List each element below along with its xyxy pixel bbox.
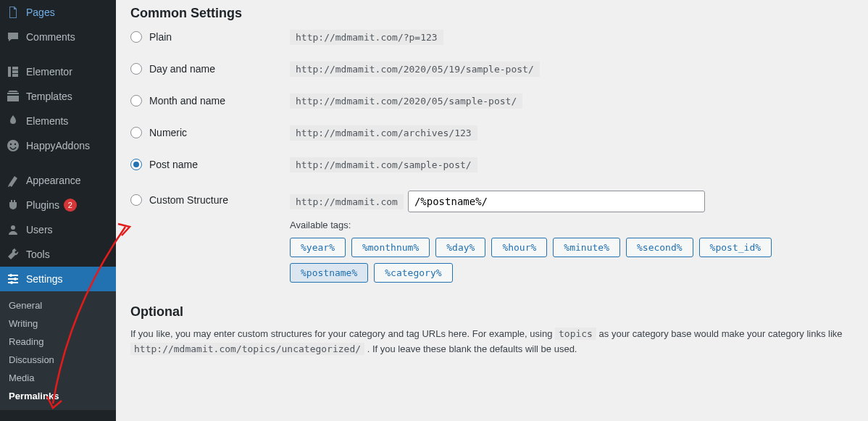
sidebar-item-label: Plugins [26,199,59,211]
svg-rect-3 [12,74,18,77]
svg-point-6 [14,143,16,145]
sidebar-item-label: Users [26,224,53,235]
option-plain-row: Plain http://mdmamit.com/?p=123 [130,31,854,43]
radio-plain[interactable] [130,31,142,43]
pages-icon [6,5,20,20]
sidebar-item-comments[interactable]: Comments [0,25,116,49]
option-label: Post name [149,159,198,170]
option-postname-row: Post name http://mdmamit.com/sample-post… [130,159,854,170]
example-plain: http://mdmamit.com/?p=123 [290,30,443,45]
sidebar-item-settings[interactable]: Settings [0,267,116,291]
optional-heading: Optional [130,304,854,320]
radio-custom[interactable] [130,194,142,206]
svg-point-13 [10,281,13,284]
option-label: Numeric [149,127,187,138]
option-label: Day and name [149,63,215,75]
sidebar-item-label: Appearance [26,175,81,186]
sidebar-item-label: HappyAddons [26,140,90,151]
sidebar-item-templates[interactable]: Templates [0,84,116,109]
option-day-row: Day and name http://mdmamit.com/2020/05/… [130,63,854,75]
available-tags-label: Available tags: [290,220,854,230]
sidebar-item-happyaddons[interactable]: HappyAddons [0,133,116,158]
tag-year[interactable]: %year% [290,238,346,257]
option-custom-row: Custom Structure http://mdmamit.com Avai… [130,191,854,283]
templates-icon [6,89,20,104]
submenu-discussion[interactable]: Discussion [0,351,116,369]
submenu-writing[interactable]: Writing [0,314,116,333]
custom-structure-input[interactable] [408,191,705,212]
elements-icon [6,114,20,128]
example-day: http://mdmamit.com/2020/05/19/sample-pos… [290,62,540,77]
sidebar-item-label: Settings [26,273,63,285]
svg-rect-0 [8,67,11,77]
sidebar-item-appearance[interactable]: Appearance [0,168,116,193]
svg-point-11 [9,274,12,277]
custom-url-prefix: http://mdmamit.com [290,194,404,209]
tag-minute[interactable]: %minute% [553,238,620,257]
tag-post-id[interactable]: %post_id% [699,238,772,257]
sidebar-item-tools[interactable]: Tools [0,242,116,267]
tag-monthnum[interactable]: %monthnum% [351,238,430,257]
radio-day[interactable] [130,63,142,75]
tag-postname[interactable]: %postname% [290,263,368,283]
sidebar-item-label: Templates [26,91,72,102]
submenu-reading[interactable]: Reading [0,333,116,351]
admin-sidebar: Pages Comments Elementor Templates Eleme… [0,0,116,421]
sidebar-item-label: Tools [26,249,50,260]
example-numeric: http://mdmamit.com/archives/123 [290,125,477,141]
option-label: Plain [149,31,172,43]
code-topics-url: http://mdmamit.com/topics/uncategorized/ [130,343,364,355]
example-postname: http://mdmamit.com/sample-post/ [290,157,477,172]
svg-point-12 [14,278,17,280]
sidebar-item-pages[interactable]: Pages [0,0,116,25]
settings-submenu: General Writing Reading Discussion Media… [0,291,116,410]
svg-rect-1 [12,67,18,70]
option-month-row: Month and name http://mdmamit.com/2020/0… [130,95,854,107]
happy-icon [6,138,20,153]
tools-icon [6,247,20,262]
sidebar-item-label: Elements [26,115,68,127]
option-label: Month and name [149,95,225,107]
sidebar-item-label: Elementor [26,66,72,78]
elementor-icon [6,64,20,79]
option-numeric-row: Numeric http://mdmamit.com/archives/123 [130,127,854,138]
main-content: Common Settings Plain http://mdmamit.com… [116,0,868,421]
svg-point-5 [10,143,12,145]
plugins-icon [6,198,20,212]
tag-second[interactable]: %second% [626,238,693,257]
sidebar-item-label: Pages [26,7,55,18]
optional-description: If you like, you may enter custom struct… [130,327,854,357]
comments-icon [6,30,20,44]
sidebar-item-plugins[interactable]: Plugins 2 [0,193,116,217]
sidebar-item-users[interactable]: Users [0,217,116,242]
sidebar-item-elements[interactable]: Elements [0,109,116,133]
settings-icon [6,272,20,286]
sidebar-item-label: Comments [26,31,75,43]
radio-month[interactable] [130,95,142,107]
option-label: Custom Structure [149,194,228,206]
tag-hour[interactable]: %hour% [491,238,547,257]
tags-row: %year% %monthnum% %day% %hour% %minute% … [290,238,854,283]
submenu-permalinks[interactable]: Permalinks [0,387,116,405]
common-settings-heading: Common Settings [130,6,854,21]
submenu-general[interactable]: General [0,296,116,314]
submenu-media[interactable]: Media [0,369,116,387]
svg-rect-2 [12,70,18,73]
example-month: http://mdmamit.com/2020/05/sample-post/ [290,93,522,109]
plugins-badge: 2 [64,199,77,212]
tag-category[interactable]: %category% [374,263,452,283]
sidebar-item-elementor[interactable]: Elementor [0,59,116,84]
radio-postname[interactable] [130,159,142,170]
users-icon [6,222,20,237]
radio-numeric[interactable] [130,127,142,138]
appearance-icon [6,173,20,188]
svg-point-7 [11,225,15,230]
tag-day[interactable]: %day% [435,238,485,257]
code-topics: topics [555,328,596,340]
